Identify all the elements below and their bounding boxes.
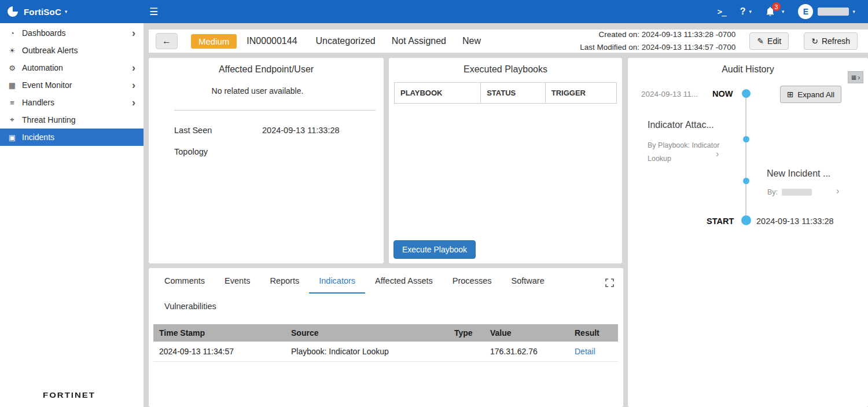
sidebar-item-label: Incidents	[22, 133, 54, 142]
timeline-dot	[743, 136, 749, 142]
user-menu[interactable]: E ▾	[798, 4, 855, 19]
tab-vulnerabilities[interactable]: Vulnerabilities	[155, 294, 226, 319]
tab-comments[interactable]: Comments	[155, 268, 215, 294]
sidebar-item-event-monitor[interactable]: ▦ Event Monitor ›	[0, 76, 144, 94]
tab-indicators[interactable]: Indicators	[309, 268, 365, 294]
event-monitor-icon: ▦	[7, 81, 17, 90]
back-button[interactable]: ←	[156, 33, 178, 49]
created-on: Created on: 2024-09-13 11:33:28 -0700	[580, 28, 735, 41]
by-label: By:	[767, 188, 778, 196]
help-menu[interactable]: ? ▾	[740, 6, 752, 17]
now-label: NOW	[712, 89, 733, 98]
tab-processes[interactable]: Processes	[443, 268, 502, 294]
column-header-trigger: TRIGGER	[546, 82, 617, 104]
sidebar-item-threat-hunting[interactable]: ⌖ Threat Hunting	[0, 111, 144, 129]
severity-badge: Medium	[191, 34, 237, 49]
column-header-time-stamp: Time Stamp	[153, 324, 285, 342]
audit-event-title[interactable]: New Incident ...	[767, 168, 830, 179]
timeline-dot	[742, 89, 751, 98]
sidebar-item-label: Outbreak Alerts	[22, 46, 78, 55]
sidebar: ◔ Dashboards › ☀ Outbreak Alerts ⚙ Autom…	[0, 23, 144, 407]
edit-label: Edit	[767, 36, 781, 46]
edit-icon: ✎	[757, 36, 764, 46]
sidebar-item-automation[interactable]: ⚙ Automation ›	[0, 59, 144, 76]
fortinet-pie-logo	[7, 6, 19, 17]
fullscreen-icon[interactable]	[605, 278, 614, 287]
cell-source: Playbook: Indicator Lookup	[285, 342, 448, 362]
start-label: START	[707, 217, 734, 226]
chevron-right-icon: ›	[858, 74, 860, 81]
incident-status: New	[462, 36, 481, 46]
audit-event-byline: By:	[767, 188, 812, 196]
tab-events[interactable]: Events	[215, 268, 260, 294]
indicators-table: Time Stamp Source Type Value Result 2024…	[153, 324, 618, 362]
tab-software[interactable]: Software	[502, 268, 554, 294]
sidebar-item-dashboards[interactable]: ◔ Dashboards ›	[0, 24, 144, 42]
sidebar-item-incidents[interactable]: ▣ Incidents	[0, 129, 144, 146]
expand-all-icon: ⊞	[787, 90, 793, 99]
chevron-down-icon[interactable]: ▾	[65, 9, 68, 14]
chevron-right-icon[interactable]: ›	[836, 186, 839, 196]
chevron-down-icon: ▾	[749, 9, 752, 14]
notification-badge: 3	[772, 2, 781, 11]
detail-tabs-panel: Comments Events Reports Indicators Affec…	[149, 268, 623, 407]
threat-hunting-icon: ⌖	[7, 115, 17, 124]
incident-assignee: Not Assigned	[392, 36, 446, 46]
no-user-message: No related user available.	[149, 86, 366, 96]
avatar: E	[798, 4, 813, 19]
table-row: 2024-09-13 11:34:57 Playbook: Indicator …	[153, 342, 618, 362]
redacted-user	[782, 189, 812, 196]
topbar-actions: >_ ? ▾ 3 ▾ E ▾	[718, 4, 861, 19]
product-name[interactable]: FortiSoC	[24, 7, 61, 17]
column-header-type: Type	[448, 324, 484, 342]
last-modified-on: Last Modified on: 2024-09-13 11:34:57 -0…	[580, 41, 735, 54]
cell-value: 176.31.62.76	[484, 342, 569, 362]
incidents-icon: ▣	[7, 133, 17, 142]
sidebar-toggle-button[interactable]: ☰	[149, 7, 158, 17]
column-header-result: Result	[569, 324, 618, 342]
refresh-icon: ↻	[811, 36, 818, 46]
table-header-row: Time Stamp Source Type Value Result	[153, 324, 618, 342]
sidebar-item-label: Automation	[22, 63, 63, 72]
sidebar-item-label: Event Monitor	[22, 80, 72, 90]
chevron-right-icon: ›	[132, 63, 135, 73]
handlers-icon: ≡	[7, 98, 17, 107]
cell-time-stamp: 2024-09-13 11:34:57	[153, 342, 285, 362]
audit-event-byline: By Playbook: Indicator Lookup	[648, 139, 722, 165]
redacted-username	[818, 8, 849, 16]
expand-all-button[interactable]: ⊞ Expand All	[780, 86, 841, 103]
panel-title: Executed Playbooks	[389, 58, 622, 75]
refresh-button[interactable]: ↻ Refresh	[804, 32, 858, 50]
incident-timestamps: Created on: 2024-09-13 11:33:28 -0700 La…	[580, 28, 735, 53]
sidebar-item-handlers[interactable]: ≡ Handlers ›	[0, 94, 144, 111]
column-header-playbook: PLAYBOOK	[394, 82, 481, 104]
chevron-right-icon[interactable]: ›	[716, 149, 719, 159]
chevron-right-icon: ›	[132, 28, 135, 38]
tab-affected-assets[interactable]: Affected Assets	[365, 268, 443, 294]
panel-title: Affected Endpoint/User	[149, 58, 384, 75]
incident-header: ← Medium IN00000144 Uncategorized Not As…	[149, 30, 868, 53]
cli-console-icon[interactable]: >_	[718, 7, 726, 16]
sidebar-item-label: Dashboards	[22, 28, 66, 38]
outbreak-alerts-icon: ☀	[7, 46, 17, 55]
incident-id: IN00000144	[247, 36, 297, 46]
tab-bar: Comments Events Reports Indicators Affec…	[149, 268, 606, 319]
timeline-line	[745, 94, 746, 221]
panel-collapse-handle[interactable]: ▦ ›	[848, 71, 863, 83]
last-seen-label: Last Seen	[174, 126, 212, 135]
execute-playbook-button[interactable]: Execute Playbook	[393, 240, 476, 259]
notifications-menu[interactable]: 3 ▾	[766, 6, 785, 17]
last-seen-value: 2024-09-13 11:33:28	[262, 126, 340, 135]
playbooks-table-header: PLAYBOOK STATUS TRIGGER	[394, 82, 617, 104]
edit-button[interactable]: ✎ Edit	[749, 32, 789, 50]
sidebar-item-label: Threat Hunting	[22, 115, 76, 124]
audit-event-title[interactable]: Indicator Attac...	[648, 120, 714, 130]
now-timestamp: 2024-09-13 11...	[641, 90, 698, 98]
detail-link[interactable]: Detail	[575, 347, 595, 356]
tab-reports[interactable]: Reports	[260, 268, 309, 294]
sidebar-item-outbreak-alerts[interactable]: ☀ Outbreak Alerts	[0, 42, 144, 59]
column-header-source: Source	[285, 324, 448, 342]
audit-history-panel: Audit History 2024-09-13 11... NOW ⊞ Exp…	[628, 58, 868, 407]
refresh-label: Refresh	[822, 36, 850, 46]
grid-icon: ▦	[851, 74, 856, 80]
